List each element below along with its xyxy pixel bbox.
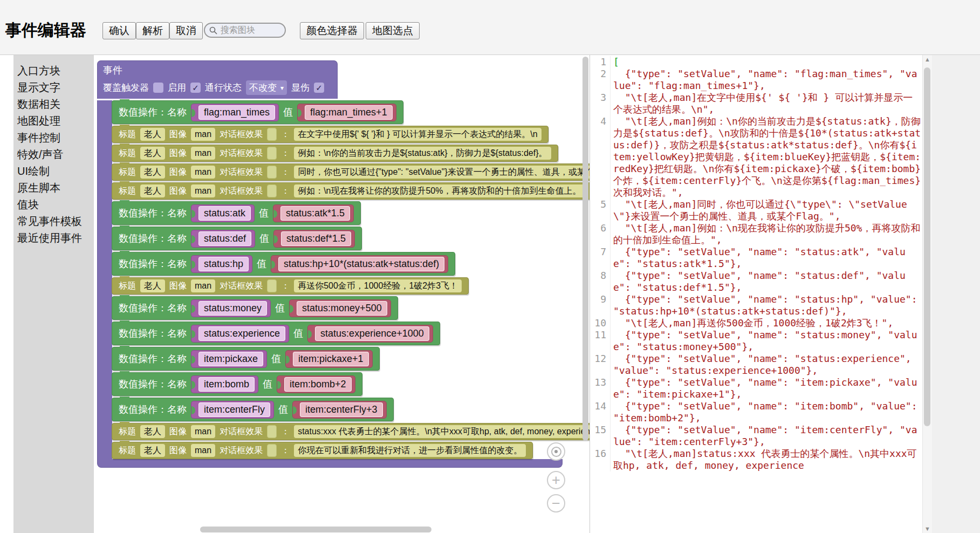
- override-trigger-checkbox[interactable]: [153, 83, 163, 93]
- sidebar-item[interactable]: 数据相关: [13, 96, 94, 113]
- dialog-effect-checkbox[interactable]: [267, 279, 277, 292]
- name-value-slot[interactable]: status:experience: [191, 325, 289, 343]
- name-field[interactable]: status:money: [198, 301, 267, 316]
- value-expression-slot[interactable]: status:def*1.5: [273, 230, 355, 248]
- name-value-slot[interactable]: item:pickaxe: [191, 350, 267, 368]
- name-field[interactable]: status:experience: [198, 326, 285, 341]
- speaker-field[interactable]: 老人: [140, 184, 165, 197]
- parse-button[interactable]: 解析: [136, 22, 169, 39]
- dialog-effect-checkbox[interactable]: [267, 425, 277, 438]
- name-field[interactable]: status:hp: [198, 257, 249, 271]
- name-field[interactable]: status:atk: [198, 206, 251, 221]
- image-field[interactable]: man: [191, 184, 215, 197]
- value-field[interactable]: status:experience+1000: [315, 326, 429, 341]
- value-expression-slot[interactable]: status:experience+1000: [307, 325, 433, 343]
- value-field[interactable]: status:hp+10*(status:atk+status:def): [278, 257, 444, 271]
- enabled-checkbox[interactable]: ✓: [190, 83, 201, 93]
- text-field[interactable]: 再送你500金币，1000经验，1破2炸3飞！: [294, 279, 462, 292]
- text-field[interactable]: 在文字中使用${' ${ '}和 } 可以计算并显示一个表达式的结果。\n: [294, 128, 541, 141]
- sidebar-item[interactable]: UI绘制: [13, 163, 94, 180]
- set-value-block[interactable]: 数值操作：名称status:money值status:money+500: [112, 296, 398, 320]
- name-field[interactable]: item:pickaxe: [198, 352, 263, 366]
- code-text[interactable]: "\t[老人,man]在文字中使用${' ${ '}和 } 可以计算并显示一个表…: [611, 92, 922, 115]
- map-pick-button[interactable]: 地图选点: [366, 22, 420, 39]
- sidebar-item[interactable]: 事件控制: [13, 129, 94, 146]
- search-input[interactable]: [220, 25, 276, 36]
- dialog-effect-checkbox[interactable]: [267, 166, 277, 179]
- scroll-down-icon[interactable]: ▼: [923, 525, 932, 532]
- value-expression-slot[interactable]: flag:man_times+1: [297, 104, 396, 121]
- speaker-field[interactable]: 老人: [140, 444, 165, 457]
- value-expression-slot[interactable]: item:pickaxe+1: [285, 350, 373, 368]
- value-field[interactable]: status:atk*1.5: [280, 206, 350, 221]
- code-text[interactable]: "\t[老人,man]同时，你也可以通过{\"type\": \"setValu…: [611, 199, 922, 222]
- value-expression-slot[interactable]: status:money+500: [289, 299, 391, 317]
- dialog-effect-checkbox[interactable]: [267, 184, 277, 197]
- name-value-slot[interactable]: item:bomb: [191, 375, 258, 393]
- image-field[interactable]: man: [191, 279, 215, 292]
- set-value-block[interactable]: 数值操作：名称item:bomb值item:bomb+2: [112, 372, 362, 396]
- text-block[interactable]: 标题老人图像man对话框效果：在文字中使用${' ${ '}和 } 可以计算并显…: [112, 126, 549, 143]
- cancel-button[interactable]: 取消: [169, 22, 203, 39]
- value-field[interactable]: status:def*1.5: [281, 231, 351, 246]
- code-text[interactable]: {"type": "setValue", "name": "status:exp…: [611, 353, 922, 377]
- value-expression-slot[interactable]: item:centerFly+3: [292, 401, 387, 419]
- set-value-block[interactable]: 数值操作：名称status:experience值status:experien…: [112, 322, 440, 345]
- value-field[interactable]: status:money+500: [297, 301, 387, 316]
- confirm-button[interactable]: 确认: [102, 22, 136, 39]
- value-expression-slot[interactable]: status:hp+10*(status:atk+status:def): [271, 255, 448, 273]
- code-scrollbar[interactable]: ▲ ▼: [922, 55, 932, 533]
- image-field[interactable]: man: [191, 444, 215, 457]
- text-block[interactable]: 标题老人图像man对话框效果：你现在可以重新和我进行对话，进一步看到属性值的改变…: [112, 442, 533, 459]
- image-field[interactable]: man: [191, 166, 215, 179]
- search-box[interactable]: [204, 23, 286, 38]
- zoom-out-button[interactable]: −: [547, 494, 565, 512]
- name-field[interactable]: item:centerFly: [198, 402, 270, 417]
- set-value-block[interactable]: 数值操作：名称status:hp值status:hp+10*(status:at…: [112, 252, 455, 276]
- sidebar-item[interactable]: 特效/声音: [13, 146, 94, 163]
- event-block[interactable]: 事件 覆盖触发器启用✓通行状态不改变▾显伤✓ 数值操作：名称flag:man_t…: [97, 60, 590, 468]
- blockly-workspace[interactable]: 事件 覆盖触发器启用✓通行状态不改变▾显伤✓ 数值操作：名称flag:man_t…: [94, 55, 590, 533]
- code-text[interactable]: "\t[老人,man]status:xxx 代表勇士的某个属性。\n其中xxx可…: [611, 448, 922, 472]
- text-field[interactable]: status:xxx 代表勇士的某个属性。\n其中xxx可取hp, atk, d…: [294, 425, 590, 438]
- code-text[interactable]: "\t[老人,man]例如：\n你的当前攻击力是${status:atk}，防御…: [611, 115, 922, 199]
- sidebar-item[interactable]: 最近使用事件: [13, 230, 94, 247]
- text-field[interactable]: 同时，你也可以通过{"type": "setValue"}来设置一个勇士的属性、…: [294, 166, 590, 179]
- set-value-block[interactable]: 数值操作：名称status:atk值status:atk*1.5: [112, 201, 361, 225]
- sidebar-item[interactable]: 地图处理: [13, 113, 94, 129]
- code-text[interactable]: {"type": "setValue", "name": "status:def…: [611, 270, 922, 293]
- speaker-field[interactable]: 老人: [140, 166, 165, 179]
- speaker-field[interactable]: 老人: [140, 279, 165, 292]
- name-value-slot[interactable]: flag:man_times: [191, 104, 279, 121]
- text-field[interactable]: 例如：\n现在我将让你的攻防提升50%，再将攻防和的十倍加到生命值上。: [294, 184, 585, 197]
- dialog-effect-checkbox[interactable]: [267, 444, 277, 457]
- speaker-field[interactable]: 老人: [140, 425, 165, 438]
- workspace-vertical-scrollbar[interactable]: [582, 57, 588, 441]
- dialog-effect-checkbox[interactable]: [267, 128, 277, 141]
- code-text[interactable]: "\t[老人,man]再送你500金币，1000经验，1破2炸3飞！",: [611, 317, 922, 329]
- code-text[interactable]: {"type": "setValue", "name": "item:cente…: [611, 424, 922, 448]
- text-block[interactable]: 标题老人图像man对话框效果：同时，你也可以通过{"type": "setVal…: [112, 163, 590, 181]
- name-value-slot[interactable]: status:def: [191, 230, 255, 248]
- pass-state-dropdown[interactable]: 不改变▾: [246, 80, 287, 95]
- value-field[interactable]: item:centerFly+3: [300, 402, 383, 417]
- image-field[interactable]: man: [191, 147, 215, 160]
- value-expression-slot[interactable]: item:bomb+2: [277, 375, 355, 393]
- name-value-slot[interactable]: status:hp: [191, 255, 252, 273]
- code-text[interactable]: {"type": "setValue", "name": "item:bomb"…: [611, 400, 922, 424]
- set-value-block[interactable]: 数值操作：名称item:pickaxe值item:pickaxe+1: [112, 347, 380, 371]
- sidebar-item[interactable]: 显示文字: [13, 79, 94, 96]
- code-editor[interactable]: 1[2 {"type": "setValue", "name": "flag:m…: [590, 55, 922, 533]
- text-field[interactable]: 例如：\n你的当前攻击力是${status:atk}，防御力是${status:…: [294, 147, 551, 160]
- zoom-reset-button[interactable]: [547, 442, 565, 461]
- image-field[interactable]: man: [191, 425, 215, 438]
- color-picker-button[interactable]: 颜色选择器: [300, 22, 364, 39]
- display-damage-checkbox[interactable]: ✓: [314, 83, 324, 93]
- set-value-block[interactable]: 数值操作：名称flag:man_times值flag:man_times+1: [112, 100, 403, 124]
- name-field[interactable]: status:def: [198, 231, 251, 246]
- text-block[interactable]: 标题老人图像man对话框效果：status:xxx 代表勇士的某个属性。\n其中…: [112, 423, 590, 440]
- code-text[interactable]: {"type": "setValue", "name": "status:mon…: [611, 329, 922, 353]
- value-field[interactable]: flag:man_times+1: [305, 105, 393, 120]
- name-field[interactable]: item:bomb: [198, 377, 255, 392]
- value-expression-slot[interactable]: status:atk*1.5: [273, 204, 354, 222]
